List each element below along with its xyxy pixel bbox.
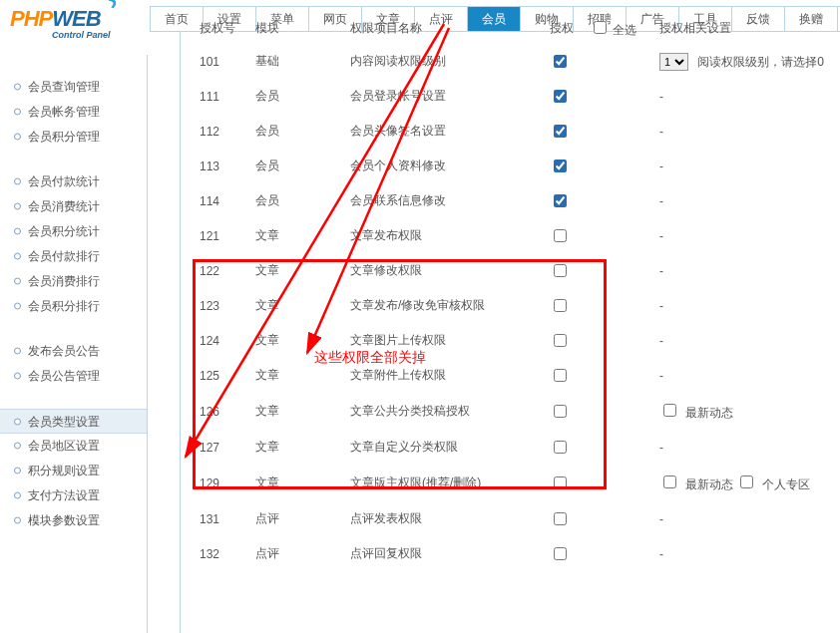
- sidebar-item[interactable]: 会员类型设置: [0, 409, 147, 434]
- auth-checkbox[interactable]: [554, 334, 567, 347]
- extra-checkbox[interactable]: [740, 475, 753, 488]
- auth-checkbox[interactable]: [554, 264, 567, 277]
- cell-name: 文章版主权限(推荐/删除): [348, 465, 548, 501]
- cell-auth: [548, 114, 588, 149]
- sidebar-item[interactable]: 会员积分排行: [0, 294, 147, 319]
- auth-checkbox[interactable]: [554, 405, 567, 418]
- cell-all: [588, 79, 657, 114]
- col-header-name: 权限项目名称: [348, 19, 548, 44]
- cell-auth: [548, 430, 588, 465]
- cell-extra: -: [657, 501, 840, 536]
- sidebar-item[interactable]: 会员消费统计: [0, 194, 147, 219]
- extra-checkbox-label: 最新动态: [685, 406, 733, 420]
- cell-extra: -: [657, 183, 840, 218]
- sidebar-item[interactable]: 会员积分管理: [0, 125, 147, 150]
- sidebar: 会员查询管理会员帐务管理会员积分管理会员付款统计会员消费统计会员积分统计会员付款…: [0, 55, 148, 633]
- table-row: 126文章文章公共分类投稿授权最新动态: [198, 393, 840, 430]
- table-row: 112会员会员头像签名设置-: [198, 114, 840, 149]
- sidebar-item[interactable]: 会员积分统计: [0, 219, 147, 244]
- cell-id: 131: [198, 501, 253, 536]
- cell-module: 文章: [253, 288, 348, 323]
- auth-checkbox[interactable]: [554, 476, 567, 489]
- extra-checkbox[interactable]: [663, 404, 676, 417]
- select-all-label: 全选: [613, 23, 636, 37]
- extra-checkbox-label: 最新动态: [685, 477, 736, 491]
- cell-module: 文章: [253, 465, 348, 501]
- content-area: 授权号 模块 权限项目名称 授权 全选 授权相关设置 101基础内容阅读权限级别…: [150, 19, 840, 633]
- cell-module: 文章: [253, 393, 348, 430]
- table-row: 124文章文章图片上传权限-: [198, 323, 840, 358]
- cell-name: 会员联系信息修改: [348, 183, 548, 218]
- table-row: 113会员会员个人资料修改-: [198, 149, 840, 183]
- sidebar-item[interactable]: 会员地区设置: [0, 434, 147, 459]
- cell-extra: -: [657, 430, 840, 465]
- logo: PHPWEB Control Panel: [10, 6, 140, 48]
- cell-module: 会员: [253, 183, 348, 218]
- col-header-extra: 授权相关设置: [657, 19, 840, 44]
- cell-name: 文章发布/修改免审核权限: [348, 288, 548, 323]
- sidebar-item[interactable]: 模块参数设置: [0, 508, 147, 533]
- cell-id: 122: [198, 253, 253, 288]
- extra-checkbox[interactable]: [663, 475, 676, 488]
- cell-all: [588, 149, 657, 183]
- cell-extra: -: [657, 536, 840, 571]
- auth-checkbox[interactable]: [554, 441, 567, 454]
- auth-checkbox[interactable]: [554, 512, 567, 525]
- cell-extra: 1 阅读权限级别，请选择0: [657, 44, 840, 79]
- table-row: 114会员会员联系信息修改-: [198, 183, 840, 218]
- table-row: 125文章文章附件上传权限-: [198, 358, 840, 393]
- cell-extra: 最新动态: [657, 393, 840, 430]
- logo-subtitle: Control Panel: [52, 30, 111, 40]
- table-row: 111会员会员登录帐号设置-: [198, 79, 840, 114]
- sidebar-group: 会员查询管理会员帐务管理会员积分管理: [0, 75, 147, 150]
- cell-auth: [548, 323, 588, 358]
- auth-checkbox[interactable]: [554, 194, 567, 207]
- sidebar-group: 会员付款统计会员消费统计会员积分统计会员付款排行会员消费排行会员积分排行: [0, 169, 147, 319]
- cell-auth: [548, 149, 588, 183]
- sidebar-item[interactable]: 会员付款排行: [0, 244, 147, 269]
- cell-extra: -: [657, 114, 840, 149]
- auth-checkbox[interactable]: [554, 229, 567, 242]
- select-all-checkbox[interactable]: [594, 21, 607, 34]
- sidebar-item[interactable]: 会员付款统计: [0, 169, 147, 194]
- sidebar-item[interactable]: 会员查询管理: [0, 75, 147, 100]
- cell-auth: [548, 218, 588, 253]
- auth-checkbox[interactable]: [554, 547, 567, 560]
- cell-all: [588, 44, 657, 79]
- extra-checkbox-label: 个人专区: [762, 477, 810, 491]
- cell-module: 文章: [253, 253, 348, 288]
- cell-id: 123: [198, 288, 253, 323]
- cell-all: [588, 253, 657, 288]
- auth-checkbox[interactable]: [554, 125, 567, 138]
- sidebar-item[interactable]: 发布会员公告: [0, 339, 147, 364]
- sidebar-item[interactable]: 会员消费排行: [0, 269, 147, 294]
- cell-name: 文章附件上传权限: [348, 358, 548, 393]
- permissions-table: 授权号 模块 权限项目名称 授权 全选 授权相关设置 101基础内容阅读权限级别…: [198, 19, 840, 571]
- cell-id: 126: [198, 393, 253, 430]
- cell-auth: [548, 358, 588, 393]
- cell-all: [588, 323, 657, 358]
- cell-name: 文章公共分类投稿授权: [348, 393, 548, 430]
- cell-all: [588, 393, 657, 430]
- auth-checkbox[interactable]: [554, 55, 567, 68]
- sidebar-item[interactable]: 会员公告管理: [0, 364, 147, 389]
- cell-module: 会员: [253, 79, 348, 114]
- cell-auth: [548, 393, 588, 430]
- sidebar-item[interactable]: 积分规则设置: [0, 459, 147, 483]
- col-header-module: 模块: [253, 19, 348, 44]
- cell-all: [588, 536, 657, 571]
- sidebar-item[interactable]: 会员帐务管理: [0, 100, 147, 125]
- cell-all: [588, 501, 657, 536]
- col-header-id: 授权号: [198, 19, 253, 44]
- auth-checkbox[interactable]: [554, 159, 567, 172]
- table-row: 122文章文章修改权限-: [198, 253, 840, 288]
- sidebar-item[interactable]: 支付方法设置: [0, 483, 147, 508]
- auth-checkbox[interactable]: [554, 90, 567, 103]
- cell-name: 会员登录帐号设置: [348, 79, 548, 114]
- cell-module: 会员: [253, 114, 348, 149]
- level-select[interactable]: 1: [659, 53, 688, 71]
- auth-checkbox[interactable]: [554, 299, 567, 312]
- auth-checkbox[interactable]: [554, 369, 567, 382]
- table-header-row: 授权号 模块 权限项目名称 授权 全选 授权相关设置: [198, 19, 840, 44]
- table-row: 127文章文章自定义分类权限-: [198, 430, 840, 465]
